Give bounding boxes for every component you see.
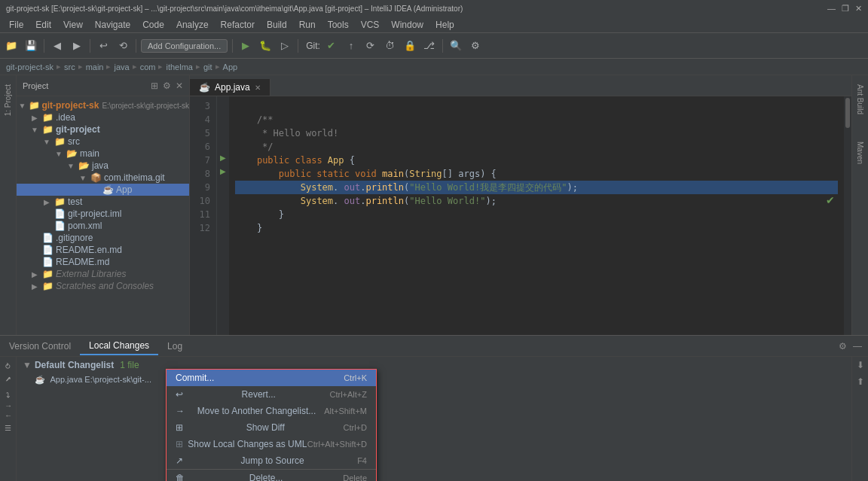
breadcrumb-java[interactable]: java — [114, 62, 129, 72]
breadcrumb-com[interactable]: com — [140, 62, 156, 72]
ctx-show-uml[interactable]: ⊞ Show Local Changes as UML Ctrl+Alt+Shi… — [167, 436, 376, 452]
toolbar-git-check[interactable]: ✔ — [323, 38, 340, 54]
toolbar-git-lock[interactable]: 🔒 — [402, 38, 418, 54]
restore-button[interactable]: ❐ — [842, 4, 849, 14]
toolbar-back-btn[interactable]: ◀ — [49, 38, 66, 54]
tree-test[interactable]: ▶ 📁 test — [17, 196, 189, 208]
ctx-diff-label: Show Diff — [246, 422, 285, 433]
toolbar-save-btn[interactable]: 💾 — [23, 38, 39, 54]
tree-root[interactable]: ▼ 📁 git-project-sk E:\project-sk\git-pro… — [17, 99, 189, 111]
menu-code[interactable]: Code — [136, 18, 170, 32]
bottom-right-arrow-up[interactable]: ⬆ — [857, 376, 864, 387]
sidebar-settings-icon[interactable]: ⚙ — [163, 81, 171, 91]
menu-navigate[interactable]: Navigate — [89, 18, 136, 32]
tree-main[interactable]: ▼ 📂 main — [17, 148, 189, 160]
breadcrumb-ithelma[interactable]: ithelma — [166, 62, 192, 72]
toolbar-redo-btn[interactable]: ⟲ — [115, 38, 131, 54]
menu-refactor[interactable]: Refactor — [215, 18, 261, 32]
tree-scratches[interactable]: ▶ 📁 Scratches and Consoles — [17, 280, 189, 292]
right-tab-maven[interactable]: Maven — [854, 135, 866, 170]
breadcrumb-src[interactable]: src — [64, 62, 75, 72]
bottom-left-arrow[interactable]: ↓ — [4, 404, 12, 408]
breadcrumb-app[interactable]: App — [223, 62, 238, 72]
ctx-jump-source[interactable]: ↗ Jump to Source F4 — [167, 452, 376, 470]
toolbar-git-up[interactable]: ↑ — [343, 38, 359, 54]
toolbar-debug-btn[interactable]: 🐛 — [257, 38, 274, 54]
add-configuration-button[interactable]: Add Configuration... — [141, 39, 228, 53]
sidebar-close-icon[interactable]: ✕ — [176, 81, 183, 91]
editor-scrollbar[interactable] — [844, 96, 851, 335]
changelist-header[interactable]: ▼ Default Changelist 1 file — [17, 357, 851, 373]
editor-tab-app[interactable]: ☕ App.java ✕ — [190, 79, 270, 96]
bottom-settings-icon[interactable]: ⚙ — [839, 341, 847, 352]
tree-readme[interactable]: 📄 README.md — [17, 256, 189, 268]
tree-src[interactable]: ▼ 📁 src — [17, 135, 189, 148]
scrollbar-thumb[interactable] — [845, 98, 850, 128]
change-item-label: App.java E:\project-sk\git-... — [50, 375, 151, 384]
menu-bar: File Edit View Navigate Code Analyze Ref… — [0, 17, 868, 33]
right-tab-build[interactable]: Ant Build — [854, 78, 866, 120]
toolbar-forward-btn[interactable]: ▶ — [69, 38, 85, 54]
ctx-jump-icon: ↗ — [176, 455, 183, 466]
toolbar-run-btn[interactable]: ▶ — [237, 38, 254, 54]
tree-package[interactable]: ▼ 📦 com.itheima.git — [17, 172, 189, 184]
bottom-left-filter[interactable]: ☰ — [4, 424, 12, 432]
tree-iml[interactable]: 📄 git-project.iml — [17, 208, 189, 220]
breadcrumb-root[interactable]: git-project-sk — [6, 62, 53, 72]
default-changelist-label: Default Changelist — [35, 360, 114, 370]
breadcrumb-git[interactable]: git — [203, 62, 212, 72]
ctx-delete[interactable]: 🗑 Delete... Delete — [167, 470, 376, 481]
toolbar-open-btn[interactable]: 📁 — [3, 38, 20, 54]
tab-close-btn[interactable]: ✕ — [255, 84, 261, 92]
ctx-show-diff[interactable]: ⊞ Show Diff Ctrl+D — [167, 419, 376, 436]
toolbar-git-arrow[interactable]: ⟳ — [362, 38, 379, 54]
ctx-revert[interactable]: ↩ Revert... Ctrl+Alt+Z — [167, 386, 376, 403]
ctx-move-changelist[interactable]: → Move to Another Changelist... Alt+Shif… — [167, 403, 376, 419]
bottom-left-undo[interactable]: ↩ — [4, 392, 12, 398]
tree-idea[interactable]: ▶ 📁 .idea — [17, 111, 189, 123]
change-item-app[interactable]: ☕ App.java E:\project-sk\git-... — [17, 373, 851, 386]
toolbar-git-clock[interactable]: ⏱ — [382, 38, 399, 54]
tree-ext-libs[interactable]: ▶ 📁 External Libraries — [17, 268, 189, 280]
close-button[interactable]: ✕ — [855, 4, 862, 14]
bottom-right-arrow-down[interactable]: ⬇ — [857, 360, 864, 370]
editor-content[interactable]: 3 4 5 6 7 8 9 10 11 12 ▶ ▶ — [190, 96, 851, 335]
sidebar: Project ⊞ ⚙ ✕ ▼ 📁 git-project-sk E:\proj… — [17, 75, 190, 335]
bottom-left-up[interactable]: ↑ — [4, 414, 12, 418]
toolbar-gear-btn[interactable]: ⚙ — [467, 38, 484, 54]
breadcrumb-main[interactable]: main — [86, 62, 104, 72]
menu-run[interactable]: Run — [293, 18, 322, 32]
menu-analyze[interactable]: Analyze — [170, 18, 215, 32]
bottom-close-icon[interactable]: — — [853, 341, 862, 352]
menu-build[interactable]: Build — [261, 18, 293, 32]
menu-help[interactable]: Help — [429, 18, 460, 32]
tree-app-java[interactable]: ☕ App — [17, 184, 189, 196]
bottom-left-refresh[interactable]: ⟳ — [2, 360, 14, 372]
ctx-jump-shortcut: F4 — [357, 456, 367, 465]
ctx-commit[interactable]: Commit... Ctrl+K — [167, 370, 376, 386]
menu-window[interactable]: Window — [385, 18, 429, 32]
code-editor[interactable]: /** * Hello world! */ public class App {… — [229, 96, 844, 335]
tab-log[interactable]: Log — [158, 338, 191, 355]
tree-gitignore[interactable]: 📄 .gitignore — [17, 232, 189, 244]
bottom-left-commit[interactable]: ✔ — [2, 372, 14, 386]
tree-readme-en[interactable]: 📄 README.en.md — [17, 244, 189, 256]
menu-file[interactable]: File — [3, 18, 29, 32]
menu-view[interactable]: View — [57, 18, 89, 32]
sidebar-layout-icon[interactable]: ⊞ — [151, 81, 158, 91]
left-tab-project[interactable]: 1: Project — [2, 78, 14, 122]
minimize-button[interactable]: — — [827, 4, 836, 14]
tab-local-changes[interactable]: Local Changes — [80, 337, 158, 355]
sidebar-header: Project ⊞ ⚙ ✕ — [17, 75, 189, 96]
tree-java[interactable]: ▼ 📂 java — [17, 160, 189, 172]
tree-git-project[interactable]: ▼ 📁 git-project — [17, 123, 189, 135]
toolbar-coverage-btn[interactable]: ▷ — [277, 38, 293, 54]
menu-tools[interactable]: Tools — [322, 18, 355, 32]
toolbar-search-btn[interactable]: 🔍 — [448, 38, 464, 54]
tree-pom[interactable]: 📄 pom.xml — [17, 220, 189, 232]
toolbar-undo-btn[interactable]: ↩ — [95, 38, 112, 54]
tab-version-control[interactable]: Version Control — [0, 338, 80, 355]
menu-vcs[interactable]: VCS — [355, 18, 386, 32]
menu-edit[interactable]: Edit — [29, 18, 57, 32]
toolbar-git-branch[interactable]: ⎇ — [421, 38, 438, 54]
